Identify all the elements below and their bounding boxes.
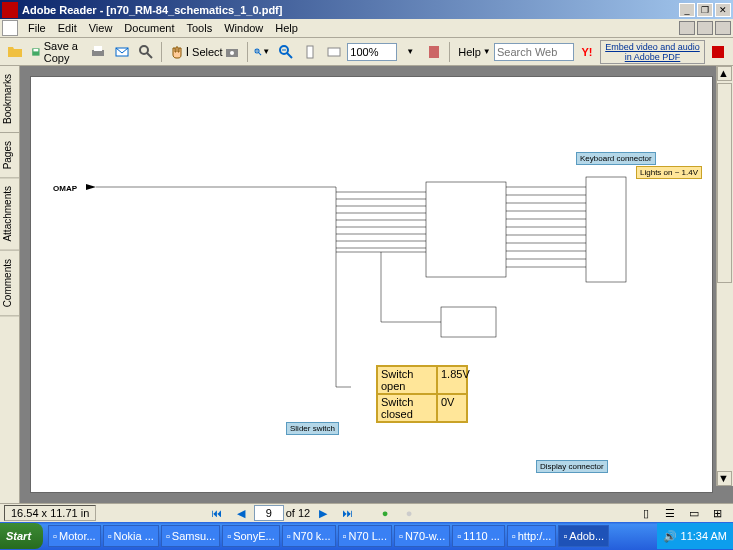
open-button[interactable] (4, 41, 26, 63)
statusbar: 16.54 x 11.71 in ⏮ ◀ of 12 ▶ ⏭ ● ● ▯ ☰ ▭… (0, 503, 733, 522)
hand-icon (169, 44, 185, 60)
toolbar: Save a Copy ISelect ▼ ▼ ?Help▼ Y! Embed … (0, 38, 733, 66)
search-icon (138, 44, 154, 60)
save-copy-button[interactable]: Save a Copy (28, 41, 85, 63)
first-page-button[interactable]: ⏮ (206, 502, 228, 524)
save-copy-label: Save a Copy (44, 40, 82, 64)
fit-width-button[interactable] (323, 41, 345, 63)
forward-button[interactable]: ● (398, 502, 420, 524)
doc-close-button[interactable] (715, 21, 731, 35)
taskbar-item-label: N70 k... (293, 530, 331, 542)
taskbar-item-label: N70-w... (405, 530, 445, 542)
back-button[interactable]: ● (374, 502, 396, 524)
menu-edit[interactable]: Edit (52, 20, 83, 36)
menu-help[interactable]: Help (269, 20, 304, 36)
yahoo-search-button[interactable]: Y! (576, 41, 598, 63)
scroll-down-button[interactable]: ▼ (717, 471, 732, 486)
web-search-input[interactable] (494, 43, 574, 61)
taskbar-item[interactable]: ▫1110 ... (452, 525, 505, 547)
taskbar-item[interactable]: ▫N70 L... (338, 525, 392, 547)
search-button[interactable] (135, 41, 157, 63)
taskbar-item-label: N70 L... (348, 530, 387, 542)
omap-label: OMAP (53, 184, 77, 193)
fit-page-button[interactable] (299, 41, 321, 63)
page-size-label: 16.54 x 11.71 in (4, 505, 96, 521)
save-icon (31, 44, 41, 60)
zoom-out-button[interactable] (275, 41, 297, 63)
start-label: Start (6, 530, 31, 542)
app-icon: ▫ (108, 530, 112, 542)
menu-document[interactable]: Document (118, 20, 180, 36)
next-page-button[interactable]: ▶ (312, 502, 334, 524)
main-area: Bookmarks Pages Attachments Comments (0, 66, 733, 503)
yahoo-icon: Y! (582, 46, 593, 58)
snapshot-button[interactable] (221, 41, 243, 63)
scroll-thumb[interactable] (717, 83, 732, 283)
system-tray[interactable]: 🔊 11:34 AM (657, 523, 733, 549)
help-button[interactable]: ?Help▼ (454, 41, 492, 63)
restore-button[interactable]: ❐ (697, 3, 713, 17)
taskbar: Start ▫Motor...▫Nokia ...▫Samsu...▫SonyE… (0, 522, 733, 550)
zoom-dropdown[interactable]: ▼ (399, 41, 421, 63)
embed-button[interactable]: Embed video and audio in Adobe PDF (600, 40, 705, 64)
menu-tools[interactable]: Tools (181, 20, 219, 36)
menu-file[interactable]: File (22, 20, 52, 36)
hand-tool-button[interactable] (166, 41, 188, 63)
svg-rect-1 (33, 48, 38, 50)
taskbar-item[interactable]: ▫Motor... (48, 525, 101, 547)
minimize-button[interactable]: _ (679, 3, 695, 17)
taskbar-item-label: 1110 ... (463, 530, 500, 542)
menubar: File Edit View Document Tools Window Hel… (0, 19, 733, 38)
keyboard-connector-note: Keyboard connector (576, 152, 656, 165)
ebook-button[interactable] (423, 41, 445, 63)
zoom-input[interactable] (347, 43, 397, 61)
prev-page-button[interactable]: ◀ (230, 502, 252, 524)
page-total-label: of 12 (286, 507, 310, 519)
single-page-button[interactable]: ▯ (635, 502, 657, 524)
continuous-button[interactable]: ☰ (659, 502, 681, 524)
tab-comments[interactable]: Comments (0, 251, 19, 316)
last-page-button[interactable]: ⏭ (336, 502, 358, 524)
taskbar-item[interactable]: ▫Samsu... (161, 525, 220, 547)
doc-minimize-button[interactable] (679, 21, 695, 35)
taskbar-item-label: Motor... (59, 530, 96, 542)
email-button[interactable] (111, 41, 133, 63)
menu-window[interactable]: Window (218, 20, 269, 36)
slider-switch-note: Slider switch (286, 422, 339, 435)
taskbar-item-label: SonyE... (233, 530, 275, 542)
adobe-button[interactable] (707, 41, 729, 63)
doc-restore-button[interactable] (697, 21, 713, 35)
taskbar-item[interactable]: ▫N70-w... (394, 525, 450, 547)
taskbar-item[interactable]: ▫SonyE... (222, 525, 279, 547)
taskbar-item[interactable]: ▫http:/... (507, 525, 557, 547)
fit-width-icon (326, 44, 342, 60)
vertical-scrollbar[interactable]: ▲ ▼ (716, 66, 733, 486)
schematic-diagram: OMAP Keyboard connector Lights on ~ 1.4V… (31, 77, 712, 492)
continuous-facing-button[interactable]: ⊞ (707, 502, 729, 524)
switch-closed-value: 0V (437, 394, 467, 422)
taskbar-item[interactable]: ▫N70 k... (282, 525, 336, 547)
document-icon (2, 20, 18, 36)
tab-bookmarks[interactable]: Bookmarks (0, 66, 19, 133)
side-panel: Bookmarks Pages Attachments Comments (0, 66, 20, 503)
zoom-in-button[interactable]: ▼ (251, 41, 273, 63)
tab-attachments[interactable]: Attachments (0, 178, 19, 251)
start-button[interactable]: Start (0, 523, 43, 549)
facing-button[interactable]: ▭ (683, 502, 705, 524)
print-button[interactable] (87, 41, 109, 63)
page-number-input[interactable] (254, 505, 284, 521)
tab-pages[interactable]: Pages (0, 133, 19, 178)
scroll-up-button[interactable]: ▲ (717, 66, 732, 81)
app-icon: ▫ (343, 530, 347, 542)
svg-line-10 (259, 52, 262, 55)
close-button[interactable]: ✕ (715, 3, 731, 17)
pdf-page: OMAP Keyboard connector Lights on ~ 1.4V… (30, 76, 713, 493)
select-tool-button[interactable]: ISelect (190, 41, 219, 63)
app-icon: ▫ (457, 530, 461, 542)
svg-point-8 (230, 51, 234, 55)
taskbar-item[interactable]: ▫Nokia ... (103, 525, 159, 547)
svg-line-6 (147, 53, 152, 58)
document-view[interactable]: OMAP Keyboard connector Lights on ~ 1.4V… (20, 66, 733, 503)
taskbar-item[interactable]: ▫Adob... (558, 525, 609, 547)
menu-view[interactable]: View (83, 20, 119, 36)
